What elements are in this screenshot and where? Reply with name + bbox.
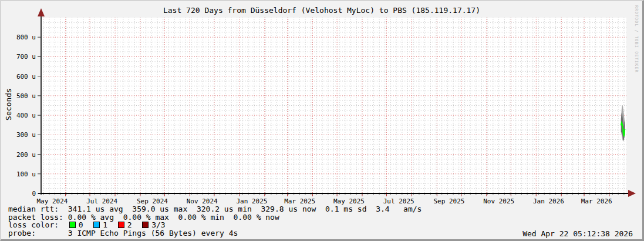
probe-info-line: probe: 3 ICMP Echo Pings (56 Bytes) ever… — [8, 229, 422, 237]
svg-text:400 u: 400 u — [16, 112, 36, 119]
packet-loss-stats-line: packet loss: 0.00 % avg 0.00 % max 0.00 … — [8, 213, 422, 222]
svg-text:800 u: 800 u — [16, 34, 36, 41]
loss-color-key-line: loss color: 0 1 2 3/3 — [8, 221, 422, 229]
probe-label: probe: — [8, 229, 68, 237]
svg-text:0: 0 — [32, 190, 36, 198]
y-axis-label: Seconds — [4, 86, 13, 123]
svg-text:200 u: 200 u — [16, 151, 36, 159]
svg-text:300 u: 300 u — [16, 131, 36, 139]
svg-text:Jan 2026: Jan 2026 — [533, 198, 564, 205]
smokeping-rrd-graph: Last 720 Days from Düsseldorf (Velohost … — [0, 0, 644, 241]
loss-color-box — [118, 222, 124, 228]
loss-color-box — [69, 222, 76, 228]
loss-color-box — [93, 222, 100, 228]
generated-timestamp: Wed Apr 22 05:12:38 2026 — [522, 229, 633, 238]
svg-text:600 u: 600 u — [16, 73, 36, 81]
probe-values: 3 ICMP Echo Pings (56 Bytes) every 4s — [68, 229, 238, 237]
svg-text:Mar 2026: Mar 2026 — [581, 198, 612, 205]
loss-color-box — [142, 222, 149, 228]
svg-text:700 u: 700 u — [16, 53, 36, 61]
svg-text:100 u: 100 u — [16, 170, 36, 178]
svg-text:Sep 2025: Sep 2025 — [433, 198, 464, 205]
rrdtool-watermark: RRDTOOL / TOBI OETIKER — [634, 5, 639, 73]
svg-text:Nov 2025: Nov 2025 — [483, 198, 514, 205]
stats-legend: median rtt: 341.1 us avg 359.0 us max 32… — [8, 205, 422, 237]
graph-title: Last 720 Days from Düsseldorf (Velohost … — [1, 6, 642, 15]
median-rtt-stats-line: median rtt: 341.1 us avg 359.0 us max 32… — [8, 205, 422, 213]
svg-text:500 u: 500 u — [16, 92, 36, 100]
